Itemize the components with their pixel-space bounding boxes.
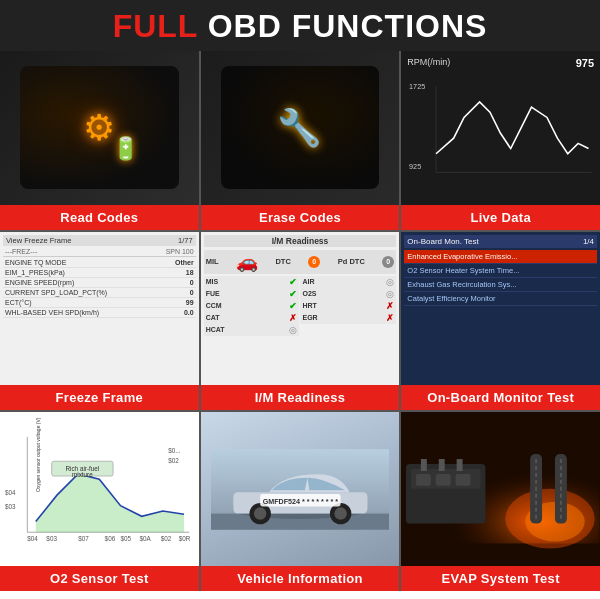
freeze-frame-cell[interactable]: View Freeze Frame 1/77 ---FREZ--- SPN 10…: [0, 232, 199, 411]
svg-text:$03: $03: [46, 535, 57, 542]
o2-y-label: Oxygen sensor output voltage (V): [35, 418, 41, 493]
obt-title-text: On-Board Mon. Test: [407, 237, 478, 246]
oil-warning-icon: 🔧: [277, 107, 322, 149]
engine-warning-icon: ⚙: [83, 107, 115, 149]
rpm-chart: 1725 925: [407, 71, 594, 185]
read-codes-image: ⚙ 🔋: [0, 51, 199, 205]
svg-marker-6: [36, 474, 184, 532]
ff-sub-right: SPN 100: [166, 248, 194, 255]
pd-dtc-label: Pd DTC: [338, 257, 365, 266]
vehicle-info-cell[interactable]: GMFDF524 * * * * * * * * Vehicle Informa…: [201, 412, 400, 591]
obt-items-list: Enhanced Evaporative Emissio...O2 Sensor…: [404, 250, 597, 306]
svg-text:$0A: $0A: [140, 535, 152, 542]
vehicle-info-label: Vehicle Information: [201, 566, 400, 591]
o2-sensor-label: O2 Sensor Test: [0, 566, 199, 591]
freeze-frame-label: Freeze Frame: [0, 385, 199, 410]
page-header: FULL OBD FUNCTIONS: [0, 0, 600, 51]
svg-text:$04: $04: [27, 535, 38, 542]
list-item: Catalyst Efficiency Monitor: [404, 292, 597, 306]
svg-rect-39: [421, 459, 427, 471]
erase-codes-cell[interactable]: 🔧 Erase Codes: [201, 51, 400, 230]
svg-text:mixture: mixture: [72, 471, 93, 478]
svg-rect-40: [439, 459, 445, 471]
vehicle-info-image: GMFDF524 * * * * * * * *: [201, 412, 400, 566]
rpm-value: 975: [576, 57, 594, 69]
mil-label: MIL: [206, 257, 219, 266]
battery-icon: 🔋: [112, 136, 139, 162]
freeze-frame-rows: ENGINE TQ MODEOtherEIM_1_PRES(kPa)18ENGI…: [3, 258, 196, 318]
im-readiness-image: I/M Readiness MIL 🚗 DTC 0 Pd DTC 0 MIS✔ …: [201, 232, 400, 386]
im-items-grid: MIS✔ FUE✔ CCM✔ CAT✗ HCAT◎ AIR◎ O2S◎ HRT✗…: [204, 276, 397, 336]
svg-text:925: 925: [409, 162, 421, 171]
live-data-image: RPM(/min) 975 1725 925: [401, 51, 600, 205]
svg-point-29: [334, 507, 347, 520]
table-row: ENGINE TQ MODEOther: [3, 258, 196, 268]
list-item: Exhaust Gas Recirculation Sys...: [404, 278, 597, 292]
title-rest: OBD FUNCTIONS: [198, 8, 488, 44]
obt-image: On-Board Mon. Test 1/4 Enhanced Evaporat…: [401, 232, 600, 386]
table-row: ECT(°C)99: [3, 298, 196, 308]
live-data-label: Live Data: [401, 205, 600, 230]
svg-text:$05: $05: [121, 535, 132, 542]
im-readiness-label: I/M Readiness: [201, 385, 400, 410]
list-item: O2 Sensor Heater System Time...: [404, 264, 597, 278]
ff-sub-left: ---FREZ---: [5, 248, 37, 255]
svg-text:$0...: $0...: [168, 447, 181, 454]
svg-text:1725: 1725: [409, 82, 425, 91]
table-row: WHL-BASED VEH SPD(km/h)0.0: [3, 308, 196, 318]
erase-codes-image: 🔧: [201, 51, 400, 205]
obt-title-page: 1/4: [583, 237, 594, 246]
dtc-label: DTC: [275, 257, 290, 266]
mil-icon: 🚗: [236, 251, 258, 273]
o2-sensor-image: Oxygen sensor output voltage (V) Rich ai…: [0, 412, 199, 566]
page-title: FULL OBD FUNCTIONS: [0, 8, 600, 45]
evap-cell[interactable]: EVAP System Test: [401, 412, 600, 591]
table-row: EIM_1_PRES(kPa)18: [3, 268, 196, 278]
rpm-label: RPM(/min): [407, 57, 450, 69]
title-full: FULL: [113, 8, 198, 44]
erase-codes-label: Erase Codes: [201, 205, 400, 230]
svg-text:GMFDF524 * * * * * * * *: GMFDF524 * * * * * * * *: [262, 497, 338, 505]
evap-image: [401, 412, 600, 566]
im-title: I/M Readiness: [204, 235, 397, 247]
svg-rect-41: [457, 459, 463, 471]
table-row: ENGINE SPEED(rpm)0: [3, 278, 196, 288]
pd-dtc-badge: 0: [382, 256, 394, 268]
car-silhouette: GMFDF524 * * * * * * * *: [211, 428, 390, 551]
list-item: Enhanced Evaporative Emissio...: [404, 250, 597, 264]
read-codes-cell[interactable]: ⚙ 🔋 Read Codes: [0, 51, 199, 230]
evap-visual: [401, 412, 600, 566]
svg-text:$03: $03: [5, 503, 16, 510]
im-readiness-cell[interactable]: I/M Readiness MIL 🚗 DTC 0 Pd DTC 0 MIS✔ …: [201, 232, 400, 411]
ff-header-left: View Freeze Frame: [6, 236, 71, 245]
ff-header-right: 1/77: [178, 236, 193, 245]
svg-text:$02: $02: [168, 458, 179, 465]
dtc-badge: 0: [308, 256, 320, 268]
svg-text:$07: $07: [78, 535, 89, 542]
obt-label: On-Board Monitor Test: [401, 385, 600, 410]
svg-rect-38: [456, 474, 471, 486]
svg-text:$0R: $0R: [179, 535, 191, 542]
main-grid: ⚙ 🔋 Read Codes 🔧 Erase Codes RPM(/min) 9…: [0, 51, 600, 591]
evap-label: EVAP System Test: [401, 566, 600, 591]
svg-point-27: [254, 507, 267, 520]
svg-rect-37: [436, 474, 451, 486]
freeze-frame-image: View Freeze Frame 1/77 ---FREZ--- SPN 10…: [0, 232, 199, 386]
read-codes-label: Read Codes: [0, 205, 199, 230]
svg-text:$04: $04: [5, 489, 16, 496]
svg-rect-36: [416, 474, 431, 486]
table-row: CURRENT SPD_LOAD_PCT(%)0: [3, 288, 196, 298]
obt-cell[interactable]: On-Board Mon. Test 1/4 Enhanced Evaporat…: [401, 232, 600, 411]
live-data-cell[interactable]: RPM(/min) 975 1725 925: [401, 51, 600, 230]
o2-sensor-cell[interactable]: Oxygen sensor output voltage (V) Rich ai…: [0, 412, 199, 591]
svg-text:$06: $06: [105, 535, 116, 542]
svg-text:$02: $02: [161, 535, 172, 542]
